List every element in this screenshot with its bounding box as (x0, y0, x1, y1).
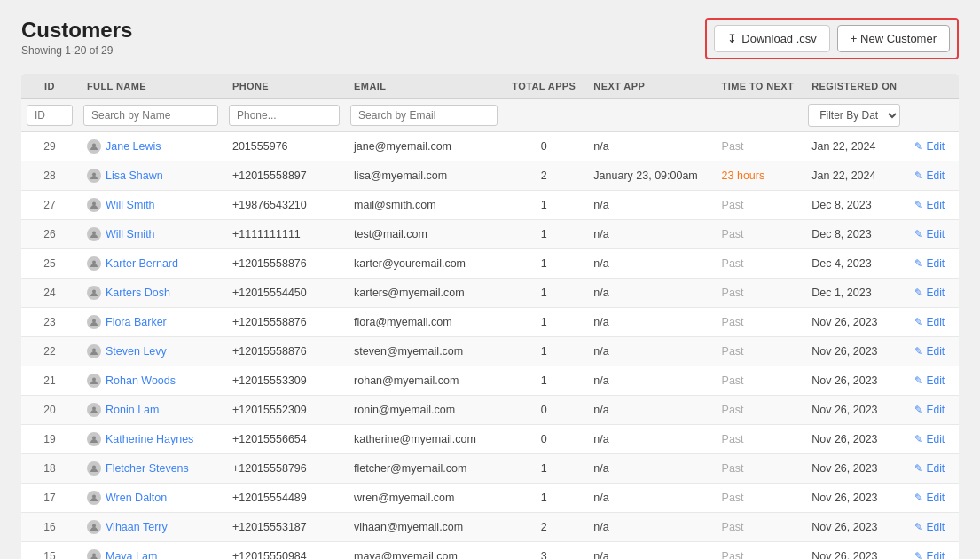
table-row: 21 Rohan Woods +12015553309 rohan@myemai… (21, 366, 959, 396)
cell-ttn: Past (713, 191, 804, 220)
cell-total: 1 (503, 337, 584, 366)
edit-button[interactable]: ✎ Edit (914, 228, 945, 240)
customer-link[interactable]: Fletcher Stevens (87, 461, 215, 476)
customer-link[interactable]: Rohan Woods (87, 374, 215, 388)
ttn-filter-cell (713, 99, 804, 132)
cell-registered: Dec 1, 2023 (803, 279, 906, 308)
avatar (87, 139, 101, 154)
edit-button[interactable]: ✎ Edit (914, 199, 945, 211)
cell-ttn: 23 hours (713, 161, 804, 191)
edit-button[interactable]: ✎ Edit (914, 169, 945, 182)
email-filter-input[interactable] (350, 105, 498, 126)
date-filter-cell: Filter By Date (803, 99, 906, 132)
phone-filter-input[interactable] (229, 105, 340, 126)
customer-link[interactable]: Will Smith (87, 198, 215, 212)
cell-name: Fletcher Stevens (78, 454, 223, 484)
svg-point-3 (92, 232, 96, 235)
cell-registered: Jan 22, 2024 (803, 132, 906, 161)
table-row: 20 Ronin Lam +12015552309 ronin@myemail.… (21, 396, 959, 425)
cell-email: mail@smith.com (345, 191, 503, 220)
cell-registered: Nov 26, 2023 (803, 425, 906, 454)
cell-action: ✎ Edit (906, 396, 959, 425)
edit-button[interactable]: ✎ Edit (914, 404, 945, 416)
edit-button[interactable]: ✎ Edit (914, 492, 945, 504)
edit-button[interactable]: ✎ Edit (914, 257, 945, 270)
table-row: 25 Karter Bernard +12015558876 karter@yo… (21, 249, 959, 279)
cell-registered: Nov 26, 2023 (803, 337, 906, 366)
cell-total: 1 (503, 191, 584, 220)
table-row: 28 Lisa Shawn +12015558897 lisa@myemail.… (21, 161, 959, 191)
customer-link[interactable]: Lisa Shawn (87, 169, 215, 183)
cell-next: n/a (584, 337, 712, 366)
avatar (87, 315, 101, 329)
cell-email: flora@myemail.com (345, 308, 503, 337)
cell-phone: +12015553309 (223, 366, 345, 396)
customer-link[interactable]: Wren Dalton (87, 491, 215, 505)
cell-phone: +12015556654 (223, 425, 345, 454)
customer-link[interactable]: Will Smith (87, 227, 215, 241)
new-customer-button[interactable]: + New Customer (837, 25, 950, 52)
svg-point-11 (92, 466, 96, 469)
cell-action: ✎ Edit (906, 249, 959, 279)
table-row: 17 Wren Dalton +12015554489 wren@myemail… (21, 484, 959, 513)
cell-id: 25 (21, 249, 78, 279)
edit-icon: ✎ (914, 374, 923, 387)
date-filter-select[interactable]: Filter By Date (808, 104, 900, 127)
cell-ttn: Past (713, 484, 804, 513)
user-icon (90, 288, 98, 297)
download-csv-button[interactable]: ↧ Download .csv (714, 25, 830, 52)
cell-email: vihaan@myemail.com (345, 513, 503, 542)
cell-id: 27 (21, 191, 78, 220)
cell-name: Rohan Woods (78, 366, 223, 396)
cell-registered: Nov 26, 2023 (803, 542, 906, 560)
table-row: 27 Will Smith +19876543210 mail@smith.co… (21, 191, 959, 220)
col-header-phone: Phone (223, 74, 345, 99)
edit-button[interactable]: ✎ Edit (914, 433, 945, 445)
svg-point-6 (92, 319, 96, 323)
customer-link[interactable]: Flora Barker (87, 315, 215, 329)
cell-total: 2 (503, 513, 584, 542)
cell-email: maya@myemail.com (345, 542, 503, 560)
cell-total: 0 (503, 396, 584, 425)
cell-name: Jane Lewis (78, 132, 223, 161)
customer-link[interactable]: Katherine Haynes (87, 432, 215, 446)
id-filter-input[interactable] (27, 105, 73, 126)
customer-link[interactable]: Karter Bernard (87, 256, 215, 271)
edit-button[interactable]: ✎ Edit (914, 140, 945, 153)
cell-id: 15 (21, 542, 78, 560)
table-row: 29 Jane Lewis 201555976 jane@myemail.com… (21, 132, 959, 161)
cell-action: ✎ Edit (906, 191, 959, 220)
cell-ttn: Past (713, 279, 804, 308)
customer-link[interactable]: Maya Lam (87, 549, 215, 559)
svg-point-14 (92, 554, 96, 557)
svg-point-2 (92, 202, 96, 206)
cell-registered: Nov 26, 2023 (803, 513, 906, 542)
edit-button[interactable]: ✎ Edit (914, 550, 945, 559)
name-filter-input[interactable] (83, 105, 218, 126)
edit-icon: ✎ (914, 199, 923, 211)
edit-button[interactable]: ✎ Edit (914, 345, 945, 358)
cell-ttn: Past (713, 337, 804, 366)
edit-button[interactable]: ✎ Edit (914, 374, 945, 387)
table-row: 24 Karters Dosh +12015554450 karters@mye… (21, 279, 959, 308)
cell-next: n/a (584, 484, 712, 513)
customer-link[interactable]: Karters Dosh (87, 286, 215, 300)
edit-button[interactable]: ✎ Edit (914, 462, 945, 475)
col-header-action (906, 74, 959, 99)
customer-link[interactable]: Steven Levy (87, 344, 215, 358)
edit-button[interactable]: ✎ Edit (914, 316, 945, 328)
edit-button[interactable]: ✎ Edit (914, 521, 945, 533)
customer-link[interactable]: Ronin Lam (87, 403, 215, 417)
customer-link[interactable]: Jane Lewis (87, 139, 215, 154)
svg-point-13 (92, 524, 96, 528)
cell-next: n/a (584, 308, 712, 337)
customer-link[interactable]: Vihaan Terry (87, 520, 215, 534)
cell-id: 24 (21, 279, 78, 308)
cell-total: 3 (503, 542, 584, 560)
cell-email: karters@myemail.com (345, 279, 503, 308)
name-filter-cell (78, 99, 223, 132)
email-filter-cell (345, 99, 503, 132)
cell-total: 1 (503, 220, 584, 249)
edit-button[interactable]: ✎ Edit (914, 287, 945, 299)
cell-next: n/a (584, 542, 712, 560)
